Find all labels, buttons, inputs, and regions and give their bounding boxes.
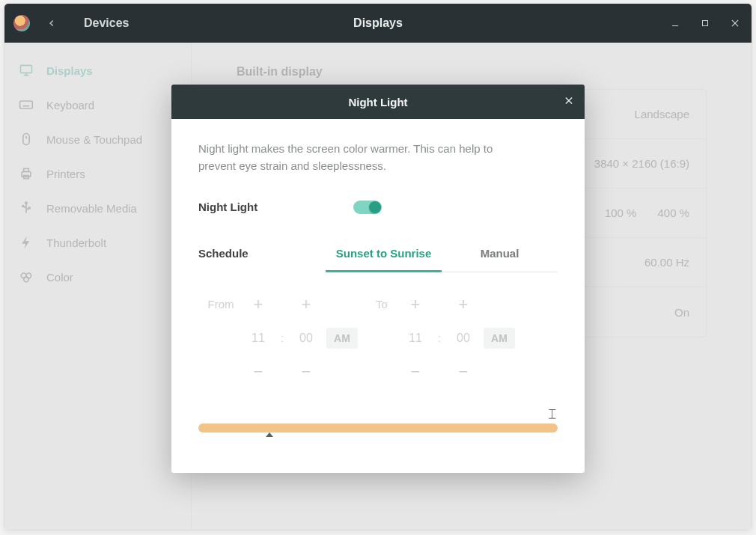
chevron-left-icon: [46, 18, 57, 28]
app-logo-icon: [13, 15, 30, 31]
minimize-button[interactable]: [668, 16, 683, 31]
minimize-icon: [670, 18, 680, 28]
close-icon: [564, 96, 574, 106]
back-button[interactable]: [40, 12, 63, 34]
slider-track: [198, 424, 558, 432]
night-light-switch[interactable]: [353, 201, 382, 214]
schedule-label: Schedule: [198, 247, 326, 260]
maximize-button[interactable]: [698, 16, 713, 31]
schedule-tabs: Sunset to Sunrise Manual: [326, 247, 558, 272]
dialog-header: Night Light: [171, 85, 585, 119]
slider-default-mark-icon: [266, 432, 273, 437]
tab-sunset-to-sunrise[interactable]: Sunset to Sunrise: [326, 247, 442, 272]
titlebar: Devices Displays: [4, 4, 752, 43]
settings-window: Devices Displays Displays Keyboard Mouse…: [4, 3, 752, 531]
from-minute-plus[interactable]: +: [302, 295, 311, 314]
dialog-description: Night light makes the screen color warme…: [198, 140, 513, 175]
to-label: To: [376, 298, 388, 311]
tab-manual[interactable]: Manual: [442, 247, 558, 272]
section-title: Devices: [84, 16, 129, 30]
night-light-toggle-row: Night Light: [198, 201, 558, 214]
dialog-body: Night light makes the screen color warme…: [171, 119, 585, 473]
dialog-title: Night Light: [348, 96, 407, 108]
text-cursor-icon: ⌶: [549, 407, 553, 421]
from-hour-minus[interactable]: −: [254, 362, 263, 382]
modal-overlay: Night Light Night light makes the screen…: [4, 4, 752, 530]
color-temperature-slider[interactable]: ⌶: [198, 424, 558, 446]
from-label: From: [208, 298, 234, 311]
from-minute: 00: [299, 331, 313, 345]
close-window-button[interactable]: [728, 16, 743, 31]
to-ampm-toggle[interactable]: AM: [484, 328, 515, 349]
dialog-close-button[interactable]: [564, 96, 574, 108]
from-ampm-toggle[interactable]: AM: [326, 328, 358, 349]
to-hour-minus[interactable]: −: [411, 362, 421, 382]
schedule-row: Schedule Sunset to Sunrise Manual: [198, 247, 558, 272]
window-controls: [668, 16, 743, 31]
to-hour-plus[interactable]: +: [411, 295, 421, 314]
from-hour-plus[interactable]: +: [254, 295, 263, 314]
from-hour: 11: [252, 331, 265, 345]
to-minute-minus[interactable]: −: [459, 362, 469, 382]
colon: :: [281, 331, 284, 344]
to-minute: 00: [457, 331, 470, 345]
to-hour: 11: [409, 331, 422, 345]
svg-rect-1: [703, 21, 708, 26]
maximize-icon: [701, 19, 710, 28]
night-light-dialog: Night Light Night light makes the screen…: [171, 85, 585, 473]
toggle-label: Night Light: [198, 201, 257, 213]
manual-time-grid: From + + To + + 11 : 00: [198, 295, 558, 382]
to-minute-plus[interactable]: +: [459, 295, 469, 314]
from-minute-minus[interactable]: −: [302, 362, 311, 382]
colon: :: [438, 331, 441, 344]
close-icon: [730, 18, 740, 28]
